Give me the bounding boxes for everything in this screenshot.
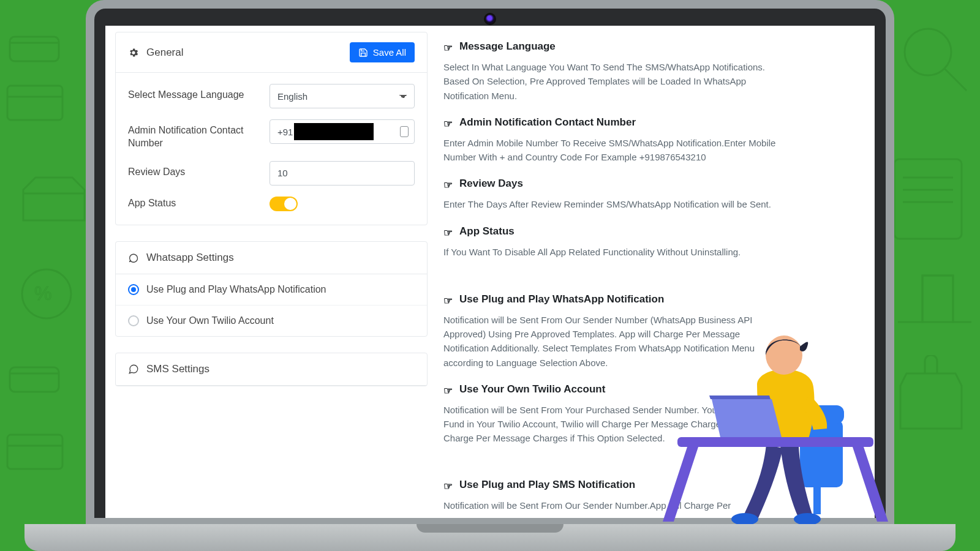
- radio-plug-play-whatsapp[interactable]: Use Plug and Play WhatsApp Notification: [116, 274, 427, 305]
- sms-card: SMS Settings: [115, 353, 428, 386]
- help-heading-admin-contact: ☞Admin Notification Contact Number: [443, 116, 865, 129]
- general-card: General Save All: [115, 32, 428, 225]
- whatsapp-card: Whatsapp Settings Use Plug and Play What…: [115, 241, 428, 337]
- svg-point-9: [905, 29, 951, 75]
- pointer-icon: ☞: [443, 227, 453, 236]
- svg-rect-0: [10, 37, 59, 61]
- help-text: Notification will be Sent From Our Sende…: [443, 498, 786, 512]
- help-text: If You Want To Disable All App Related F…: [443, 245, 786, 259]
- svg-line-10: [944, 69, 967, 91]
- svg-rect-11: [894, 159, 962, 239]
- pointer-icon: ☞: [443, 384, 453, 394]
- save-icon: [358, 48, 368, 58]
- svg-rect-6: [10, 367, 59, 392]
- app-status-label: App Status: [128, 197, 260, 210]
- pointer-icon: ☞: [443, 179, 453, 189]
- sms-title: SMS Settings: [146, 363, 209, 375]
- save-all-button[interactable]: Save All: [350, 42, 415, 62]
- language-label: Select Message Language: [128, 84, 260, 102]
- pointer-icon: ☞: [443, 118, 453, 127]
- radio-icon: [128, 315, 139, 326]
- radio-icon: [128, 284, 139, 295]
- help-text: Select In What Language You Want To Send…: [443, 60, 786, 103]
- language-select[interactable]: English: [270, 84, 415, 108]
- svg-text:%: %: [34, 282, 51, 304]
- camera-dot: [486, 15, 494, 23]
- review-days-input[interactable]: [270, 161, 415, 186]
- svg-rect-1: [7, 86, 62, 120]
- general-title: General: [146, 47, 183, 59]
- contacts-chip-icon: [400, 126, 409, 137]
- help-text: Notification will be Sent From Our Sende…: [443, 313, 786, 370]
- radio-label: Use Plug and Play WhatsApp Notification: [146, 284, 326, 295]
- redacted-bar: [294, 123, 374, 140]
- help-heading-app-status: ☞App Status: [443, 225, 865, 238]
- review-days-label: Review Days: [128, 161, 260, 179]
- help-heading-message-language: ☞Message Language: [443, 40, 865, 53]
- help-text: Enter The Days After Review Reminder SMS…: [443, 197, 786, 211]
- pointer-icon: ☞: [443, 294, 453, 304]
- radio-label: Use Your Own Twilio Account: [146, 315, 274, 326]
- whatsapp-icon: [128, 252, 139, 263]
- radio-own-twilio[interactable]: Use Your Own Twilio Account: [116, 305, 427, 336]
- svg-rect-7: [7, 435, 62, 469]
- save-all-label: Save All: [373, 47, 406, 58]
- help-text: Notification will be Sent From Your Purc…: [443, 403, 786, 446]
- app-status-toggle[interactable]: [270, 197, 298, 211]
- svg-rect-15: [922, 276, 953, 322]
- help-heading-pp-sms: ☞Use Plug and Play SMS Notification: [443, 479, 865, 491]
- chat-icon: [128, 364, 139, 375]
- help-heading-own-twilio: ☞Use Your Own Twilio Account: [443, 383, 865, 395]
- pointer-icon: ☞: [443, 42, 453, 51]
- laptop-frame: General Save All: [86, 0, 894, 551]
- gear-icon: [128, 47, 139, 58]
- admin-contact-label: Admin Notification Contact Number: [128, 119, 260, 150]
- whatsapp-title: Whatsapp Settings: [146, 252, 234, 264]
- help-heading-pp-whatsapp: ☞Use Plug and Play WhatsApp Notification: [443, 293, 865, 305]
- pointer-icon: ☞: [443, 480, 453, 490]
- laptop-base: [24, 524, 956, 551]
- help-heading-review-days: ☞Review Days: [443, 178, 865, 190]
- help-text: Enter Admin Mobile Number To Receive SMS…: [443, 136, 786, 165]
